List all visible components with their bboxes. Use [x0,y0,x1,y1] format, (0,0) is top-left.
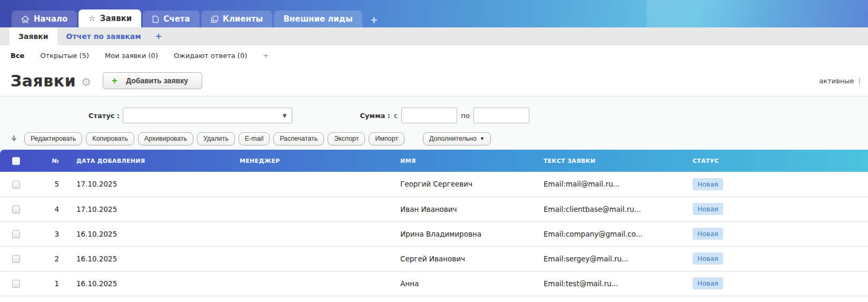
add-subtab-button[interactable]: + [150,27,167,45]
row-checkbox[interactable] [12,280,20,288]
view-my[interactable]: Мои заявки (0) [105,52,158,60]
view-all[interactable]: Все [11,52,24,60]
add-request-label: Добавить заявку [126,76,188,85]
chevron-down-icon: ▼ [283,113,287,119]
cell-name: Сергей Иванович [387,246,530,271]
tab-external-leads[interactable]: Внешние лиды [274,11,362,27]
more-actions-button[interactable]: Дополнительно ▼ [423,132,491,145]
filter-row: Статус : ▼ Сумма : с по [0,103,868,128]
row-checkbox[interactable] [12,230,20,238]
sum-to-input[interactable] [474,108,529,123]
tab-clients[interactable]: Клиенты [201,11,273,27]
add-request-button[interactable]: + Добавить заявку [103,72,202,89]
row-checkbox[interactable] [12,206,20,213]
requests-table: № ДАТА ДОБАВЛЕНИЯ МЕНЕДЖЕР ИМЯ ТЕКСТ ЗАЯ… [0,150,868,296]
cell-number: 4 [32,197,63,221]
table-row[interactable]: 2 16.10.2025 Сергей Иванович Email:serge… [0,246,868,271]
view-open[interactable]: Открытые (5) [40,52,89,60]
cell-number: 5 [32,172,63,197]
cell-manager [226,197,387,221]
export-button[interactable]: Экспорт [328,132,365,145]
import-button[interactable]: Импорт [369,132,405,145]
copy-button[interactable]: Копировать [86,132,134,145]
tab-label: Внешние лиды [283,14,352,24]
main-tab-bar: Начало ☆ Заявки Счета Клиенты Внешние ли… [0,0,868,27]
tab-label: Счета [163,14,190,24]
cell-request-text: Email:company@gmail.co... [530,221,679,246]
column-number[interactable]: № [32,150,63,172]
cell-manager [226,246,387,271]
status-select[interactable]: ▼ [123,108,292,123]
actions-toolbar: Редактировать Копировать Архивировать Уд… [0,128,868,150]
cell-date: 17.10.2025 [63,197,226,221]
tab-invoices[interactable]: Счета [143,11,199,27]
active-records-link[interactable]: активные [819,77,854,85]
column-manager[interactable]: МЕНЕДЖЕР [226,150,387,172]
table-header-row: № ДАТА ДОБАВЛЕНИЯ МЕНЕДЖЕР ИМЯ ТЕКСТ ЗАЯ… [0,150,868,172]
cell-manager [226,172,387,197]
cell-request-text: Email:mail@mail.ru... [530,172,679,197]
status-badge[interactable]: Новая [693,203,723,215]
view-filter-bar: Все Открытые (5) Мои заявки (0) Ожидают … [0,45,868,65]
collapse-arrow-icon[interactable] [11,135,17,142]
edit-button[interactable]: Редактировать [24,132,82,145]
page-icon [152,15,159,23]
status-badge[interactable]: Новая [693,252,723,265]
row-checkbox[interactable] [12,181,20,189]
status-badge[interactable]: Новая [693,228,723,240]
cell-number: 3 [32,221,63,246]
tab-label: Клиенты [223,14,263,24]
gear-icon[interactable]: ⚙ [81,76,91,89]
column-date-added[interactable]: ДАТА ДОБАВЛЕНИЯ [63,150,226,172]
table-row[interactable]: 4 17.10.2025 Иван Иванович Email:clientb… [0,197,868,221]
chevron-down-icon: ▼ [480,136,485,141]
cell-request-text: Email:sergey@mail.ru... [530,246,679,271]
archive-toggle: активные | [819,77,861,85]
title-row: Заявки ⚙ + Добавить заявку активные | [0,65,868,96]
column-name[interactable]: ИМЯ [387,150,530,172]
cell-manager [226,221,387,246]
cell-number: 1 [32,271,63,296]
add-tab-button[interactable]: + [364,14,384,27]
status-filter-label: Статус : [88,112,120,120]
view-awaiting[interactable]: Ожидают ответа (0) [174,52,247,60]
cell-name: Анна [387,271,530,296]
cell-date: 16.10.2025 [63,246,226,271]
cell-date: 16.10.2025 [63,221,226,246]
tab-label: Начало [34,14,67,24]
cell-date: 17.10.2025 [63,172,226,197]
sum-filter-label: Сумма : [360,112,390,120]
subtab-report[interactable]: Отчет по заявкам [57,27,150,45]
more-actions-label: Дополнительно [429,135,477,142]
select-all-checkbox[interactable] [12,157,20,165]
filter-panel: Статус : ▼ Сумма : с по Редактировать Ко… [0,96,868,150]
tab-requests[interactable]: ☆ Заявки [78,9,141,27]
column-status[interactable]: СТАТУС [679,150,868,172]
plus-icon: + [112,75,117,86]
status-badge[interactable]: Новая [693,277,723,289]
sum-from-input[interactable] [401,108,457,123]
status-badge[interactable]: Новая [693,178,723,190]
tab-home[interactable]: Начало [12,11,77,27]
cell-date: 16.10.2025 [63,271,226,296]
cell-request-text: Email:clientbase@mail.ru... [530,197,679,221]
row-checkbox[interactable] [12,255,20,263]
cell-name: Ирина Владимировна [387,221,530,246]
print-button[interactable]: Распечатать [273,132,324,145]
column-request-text[interactable]: ТЕКСТ ЗАЯВКИ [530,150,679,172]
sub-tab-bar: Заявки Отчет по заявкам + [0,27,868,45]
delete-button[interactable]: Удалить [197,132,235,145]
table-row[interactable]: 5 17.10.2025 Георгий Сергеевич Email:mai… [0,172,868,197]
subtab-requests[interactable]: Заявки [9,27,57,45]
archive-separator: | [859,77,861,85]
table-row[interactable]: 3 16.10.2025 Ирина Владимировна Email:co… [0,221,868,246]
subtab-label: Заявки [18,32,48,41]
email-button[interactable]: E-mail [239,132,270,145]
table-row[interactable]: 1 16.10.2025 Анна Email:test@mail.ru... … [0,271,868,296]
cell-name: Георгий Сергеевич [387,172,530,197]
sum-to-label: по [461,112,469,120]
subtab-label: Отчет по заявкам [66,32,141,41]
add-view-button[interactable]: + [263,52,269,60]
tab-label: Заявки [100,14,132,23]
archive-button[interactable]: Архивировать [138,132,193,145]
